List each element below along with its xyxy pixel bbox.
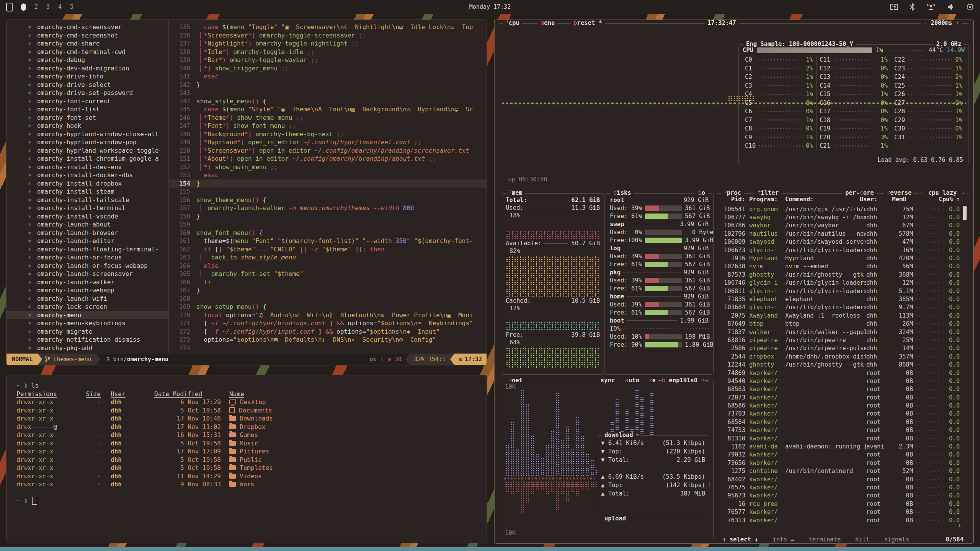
file-item[interactable]: ∗omarchy-menu-keybindings xyxy=(7,319,168,328)
file-item[interactable]: ∗omarchy-install-chromium-google-a xyxy=(7,155,168,163)
update-interval[interactable]: - 2000ms + xyxy=(921,20,962,26)
process-row[interactable]: 68402kworker/root0B0.0 xyxy=(721,475,960,483)
process-row[interactable]: 87649btopbtopdhh26M0.0 xyxy=(721,320,960,328)
bluetooth-icon[interactable] xyxy=(910,3,915,11)
proc-percore-button[interactable]: per-core xyxy=(843,189,877,196)
file-item[interactable]: ∗omarchy-debug xyxy=(7,56,168,64)
process-row[interactable]: 87573ghostty/usr/bin/ghostty --gtk-dhh36… xyxy=(721,271,960,279)
process-row[interactable]: 73703kworker/root0B0.0 xyxy=(721,410,960,418)
file-item[interactable]: ∗omarchy-dev-add-migration xyxy=(7,64,168,73)
file-item[interactable]: ∗omarchy-drive-set-password xyxy=(7,89,168,97)
process-row[interactable]: 68583kworker/root0B0.0 xyxy=(721,385,960,393)
process-row[interactable]: 74733kworker/root0B0.0 xyxy=(721,426,960,434)
io-toggle[interactable]: io xyxy=(695,189,708,196)
file-item[interactable]: ∗omarchy-launch-about xyxy=(7,220,168,229)
process-row[interactable]: 68586kworker/root0B0.0 xyxy=(721,401,960,409)
file-item[interactable]: ∗omarchy-launch-editor xyxy=(7,237,168,245)
file-item[interactable]: ∗omarchy-install-terminal xyxy=(7,204,168,212)
process-row[interactable]: 76575kworker/root0B0.0 xyxy=(721,483,960,491)
menu-button[interactable]: menu xyxy=(538,20,557,26)
process-row[interactable]: 71835elephantelephantdhh385M0.0 xyxy=(721,295,960,303)
signals-control[interactable]: signals xyxy=(882,536,911,543)
process-row[interactable]: 106809swayosd-/usr/bin/swayosd-serverdhh… xyxy=(721,238,960,246)
process-row[interactable]: 12244ghostty/usr/bin/ghostty --gtk-dhh86… xyxy=(721,360,960,368)
file-item[interactable]: ∗omarchy-launch-walker xyxy=(7,278,168,287)
process-row[interactable]: 103684glycin-i/usr/lib/glycin-loadersdhh… xyxy=(721,303,960,311)
process-row[interactable]: 16rcu_preeroot0B0.0 xyxy=(721,500,960,508)
file-item[interactable]: ∗omarchy-launch-floating-terminal- xyxy=(7,245,168,254)
file-item[interactable]: ∗omarchy-install-steam xyxy=(7,187,168,196)
process-row[interactable]: 106746glycin-i/usr/lib/glycin-loadersdhh… xyxy=(721,279,960,287)
scroll-down-icon[interactable]: ↓ xyxy=(958,522,961,529)
file-item[interactable]: ∗omarchy-pkg-add xyxy=(7,344,168,352)
chip-icon[interactable] xyxy=(966,3,974,11)
process-row[interactable]: 106673glycin-i/usr/lib/glycin-loadersdhh… xyxy=(721,246,960,254)
sort-arrow[interactable]: ↑ xyxy=(953,196,960,205)
proc-filter-button[interactable]: filter xyxy=(755,189,781,196)
workspace-5[interactable]: 5 xyxy=(70,3,74,10)
process-row[interactable]: 2075XwaylandXwayland :1 -rootless -dhh11… xyxy=(721,311,960,320)
file-item[interactable]: ∗omarchy-install-dev-env xyxy=(7,163,168,171)
process-row[interactable]: 79032kworker/root0B0.0 xyxy=(721,451,960,459)
workspace-4[interactable]: 4 xyxy=(58,3,62,10)
proc-sort-nav[interactable]: ← cpu lazy → xyxy=(918,189,967,196)
file-item[interactable]: ∗omarchy-launch-screensaver xyxy=(7,270,168,278)
file-item[interactable]: ∗omarchy-hyprland-window-close-all xyxy=(7,130,168,139)
process-row[interactable]: 1916HyprlandHyprlanddhh420M0.0 xyxy=(721,254,960,262)
file-item[interactable]: ∗omarchy-cmd-screenshot xyxy=(7,31,168,40)
process-row[interactable]: 1275containe/usr/bin/containerdroot52M0.… xyxy=(721,467,960,475)
file-item[interactable]: ∗omarchy-install-vscode xyxy=(7,212,168,221)
net-auto-button[interactable]: auto xyxy=(622,377,642,384)
workspace-3[interactable]: 3 xyxy=(46,3,50,10)
net-sync-button[interactable]: sync xyxy=(598,377,617,384)
file-item[interactable]: ∗omarchy-cmd-screensaver xyxy=(7,23,168,31)
proc-reverse-button[interactable]: reverse xyxy=(884,189,914,196)
process-row[interactable]: 102796nautilus/usr/bin/nautilus --newdhh… xyxy=(721,230,960,238)
workspace-2[interactable]: 2 xyxy=(34,3,38,10)
volume-icon[interactable] xyxy=(947,3,955,10)
process-row[interactable]: 94540kworker/root0B0.0 xyxy=(721,377,960,385)
mem-box-title[interactable]: 2mem xyxy=(506,189,525,196)
process-row[interactable]: 106811glycin-i/usr/lib/glycin-loadersdhh… xyxy=(721,287,960,295)
disks-box-title[interactable]: disks xyxy=(611,189,634,196)
file-item[interactable]: ∗omarchy-hyprland-window-pop xyxy=(7,138,168,147)
process-row[interactable]: 73656kworker/root0B0.0 xyxy=(721,459,960,467)
info-control[interactable]: info ↵ xyxy=(770,536,796,543)
screencast-icon[interactable] xyxy=(890,3,898,10)
network-icon[interactable] xyxy=(926,3,936,11)
preset-button[interactable]: preset * xyxy=(571,20,605,26)
workspace-device-icon[interactable] xyxy=(6,3,13,11)
window-terminal[interactable]: ~ ❯ lsPermissionsSizeUserDate ModifiedNa… xyxy=(6,375,487,543)
file-item[interactable]: ∗omarchy-drive-select xyxy=(7,81,168,89)
net-box-title[interactable]: 3net xyxy=(506,377,525,384)
process-row[interactable]: 1162avahi-daavahi-daemon: running [avahi… xyxy=(721,442,960,450)
workspace-active-indicator[interactable] xyxy=(21,3,26,11)
process-row[interactable]: 106541org.gnom/usr/bin/gjs /usr/lib/odhh… xyxy=(721,205,960,213)
file-item[interactable]: ∗omarchy-launch-or-focus-webapp xyxy=(7,262,168,270)
process-row[interactable]: 102638nvimnvim --embeddhh56M0.0 xyxy=(721,262,960,271)
file-item[interactable]: ∗omarchy-font-set xyxy=(7,114,168,122)
file-item[interactable]: ∗omarchy-launch-browser xyxy=(7,229,168,237)
file-item[interactable]: ∗omarchy-hyprland-workspace-toggle xyxy=(7,147,168,155)
file-item[interactable]: ∗omarchy-menu xyxy=(7,311,168,320)
select-control[interactable]: ↑ select ↓ xyxy=(720,536,760,543)
file-item[interactable]: ∗omarchy-font-list xyxy=(7,105,168,114)
file-item[interactable]: ∗omarchy-install-tailscale xyxy=(7,196,168,204)
process-row[interactable]: 72073kworker/root0B0.0 xyxy=(721,393,960,401)
process-row[interactable]: 81310kworker/root0B0.0 xyxy=(721,434,960,442)
process-row[interactable]: 76577kworker/root0B0.0 xyxy=(721,508,960,516)
process-row[interactable]: 71837walker/usr/bin/walker --gappldhh324… xyxy=(721,328,960,336)
file-item[interactable]: ∗omarchy-lock-screen xyxy=(7,303,168,311)
file-item[interactable]: ∗omarchy-launch-wifi xyxy=(7,295,168,303)
process-row[interactable]: 76313kworker/root0B0.0 xyxy=(721,516,960,524)
process-row[interactable]: 63816pipewire/usr/bin/pipewiredhh25M0.0 xyxy=(721,336,960,344)
terminate-control[interactable]: terminate xyxy=(806,536,843,543)
process-row[interactable]: 106786waybar/usr/bin/waybardhh67M0.0 xyxy=(721,222,960,230)
cpu-box-title[interactable]: 1cpu xyxy=(503,20,522,26)
process-row[interactable]: 2544dropbox/home/dhh/.dropbox-distdhh357… xyxy=(721,352,960,360)
file-item[interactable]: ∗omarchy-cmd-terminal-cwd xyxy=(7,48,168,56)
file-item[interactable]: ∗omarchy-drive-info xyxy=(7,72,168,81)
file-item[interactable]: ∗omarchy-font-current xyxy=(7,97,168,106)
net-interface-switch[interactable]: ←b enp191s0 n→ xyxy=(655,377,711,384)
file-item[interactable]: ∗omarchy-launch-webapp xyxy=(7,286,168,295)
